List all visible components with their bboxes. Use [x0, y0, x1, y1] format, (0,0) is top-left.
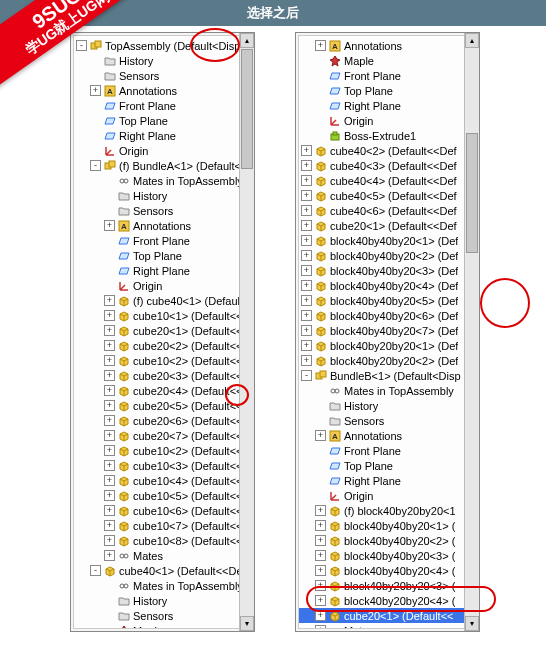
tree-node[interactable]: Mates in TopAssembly	[299, 383, 476, 398]
collapse-icon[interactable]: -	[90, 160, 101, 171]
tree-node[interactable]: Front Plane	[74, 98, 251, 113]
tree-node[interactable]: +cube10<2> (Default<<	[74, 353, 251, 368]
tree-node[interactable]: Maple	[74, 623, 251, 629]
tree-node[interactable]: +block40by40by20<6> (Def	[299, 308, 476, 323]
expand-icon[interactable]: +	[104, 340, 115, 351]
expand-icon[interactable]: +	[104, 475, 115, 486]
tree-node[interactable]: +cube20<3> (Default<<	[74, 368, 251, 383]
tree-node[interactable]: +cube10<2> (Default<<	[74, 443, 251, 458]
tree-node[interactable]: -BundleB<1> (Default<Disp	[299, 368, 476, 383]
expand-icon[interactable]: +	[104, 535, 115, 546]
expand-icon[interactable]: +	[301, 295, 312, 306]
tree-node[interactable]: +cube20<4> (Default<<	[74, 383, 251, 398]
tree-node[interactable]: Maple	[299, 53, 476, 68]
tree-node[interactable]: Right Plane	[74, 263, 251, 278]
expand-icon[interactable]: +	[315, 595, 326, 606]
tree-node[interactable]: +cube20<6> (Default<<	[74, 413, 251, 428]
expand-icon[interactable]: +	[104, 415, 115, 426]
tree-node[interactable]: Right Plane	[299, 473, 476, 488]
tree-node[interactable]: +AAnnotations	[74, 218, 251, 233]
tree-node[interactable]: +cube20<5> (Default<<	[74, 398, 251, 413]
tree-node[interactable]: +cube10<1> (Default<<	[74, 308, 251, 323]
tree-node[interactable]: Mates in TopAssembly	[74, 173, 251, 188]
tree-node[interactable]: Origin	[74, 278, 251, 293]
tree-node[interactable]: Right Plane	[299, 98, 476, 113]
tree-node[interactable]: Origin	[74, 143, 251, 158]
tree-node[interactable]: +block40by40by20<2> (Def	[299, 248, 476, 263]
collapse-icon[interactable]: -	[90, 565, 101, 576]
expand-icon[interactable]: +	[301, 160, 312, 171]
tree-node[interactable]: Boss-Extrude1	[299, 128, 476, 143]
expand-icon[interactable]: +	[301, 145, 312, 156]
tree-node[interactable]: +cube40<3> (Default<<Def	[299, 158, 476, 173]
tree-node[interactable]: +cube10<7> (Default<<	[74, 518, 251, 533]
tree-node[interactable]: +Mates	[299, 623, 476, 629]
tree-node[interactable]: +block40by40by20<3> (Def	[299, 263, 476, 278]
expand-icon[interactable]: +	[301, 175, 312, 186]
tree-node[interactable]: +block40by40by20<2> (	[299, 533, 476, 548]
scroll-down-button[interactable]: ▾	[240, 616, 254, 631]
scroll-thumb[interactable]	[241, 49, 253, 169]
expand-icon[interactable]: +	[301, 220, 312, 231]
right-tree[interactable]: +AAnnotationsMapleFront PlaneTop PlaneRi…	[299, 36, 476, 629]
tree-node[interactable]: History	[74, 593, 251, 608]
expand-icon[interactable]: +	[104, 445, 115, 456]
tree-node[interactable]: +cube20<1> (Default<<Def	[299, 218, 476, 233]
tree-node[interactable]: History	[74, 53, 251, 68]
tree-node[interactable]: +block40by20by20<1> (Def	[299, 338, 476, 353]
expand-icon[interactable]: +	[104, 220, 115, 231]
tree-node[interactable]: +AAnnotations	[299, 428, 476, 443]
expand-icon[interactable]: +	[104, 310, 115, 321]
tree-node[interactable]: +cube10<8> (Default<<	[74, 533, 251, 548]
tree-node[interactable]: Mates in TopAssembly	[74, 578, 251, 593]
tree-node[interactable]: +(f) cube40<1> (Default	[74, 293, 251, 308]
collapse-icon[interactable]: -	[76, 40, 87, 51]
expand-icon[interactable]: +	[301, 310, 312, 321]
expand-icon[interactable]: +	[315, 610, 326, 621]
expand-icon[interactable]: +	[301, 340, 312, 351]
tree-node[interactable]: Front Plane	[74, 233, 251, 248]
tree-node[interactable]: +cube10<5> (Default<<	[74, 488, 251, 503]
left-tree[interactable]: -TopAssembly (Default<DisplHistorySensor…	[74, 36, 251, 629]
tree-node[interactable]: Sensors	[299, 413, 476, 428]
tree-node[interactable]: Sensors	[74, 203, 251, 218]
tree-node[interactable]: Front Plane	[299, 443, 476, 458]
tree-node[interactable]: -TopAssembly (Default<Displ	[74, 38, 251, 53]
expand-icon[interactable]: +	[104, 490, 115, 501]
scrollbar[interactable]: ▴ ▾	[464, 33, 479, 631]
expand-icon[interactable]: +	[104, 355, 115, 366]
expand-icon[interactable]: +	[301, 205, 312, 216]
tree-node[interactable]: +cube40<5> (Default<<Def	[299, 188, 476, 203]
expand-icon[interactable]: +	[315, 520, 326, 531]
expand-icon[interactable]: +	[315, 505, 326, 516]
tree-node[interactable]: History	[299, 398, 476, 413]
tree-node[interactable]: +cube20<1> (Default<<	[299, 608, 476, 623]
expand-icon[interactable]: +	[315, 535, 326, 546]
expand-icon[interactable]: +	[104, 430, 115, 441]
expand-icon[interactable]: +	[315, 625, 326, 629]
tree-node[interactable]: Origin	[299, 113, 476, 128]
scroll-down-button[interactable]: ▾	[465, 616, 479, 631]
tree-node[interactable]: +block40by40by20<3> (	[299, 548, 476, 563]
tree-node[interactable]: +block40by20by20<2> (Def	[299, 353, 476, 368]
expand-icon[interactable]: +	[315, 580, 326, 591]
tree-node[interactable]: Top Plane	[74, 113, 251, 128]
tree-node[interactable]: +block40by20by20<3> (	[299, 578, 476, 593]
tree-node[interactable]: +block40by40by20<4> (Def	[299, 278, 476, 293]
expand-icon[interactable]: +	[315, 550, 326, 561]
expand-icon[interactable]: +	[315, 40, 326, 51]
tree-node[interactable]: +cube20<1> (Default<<	[74, 323, 251, 338]
tree-node[interactable]: Top Plane	[299, 458, 476, 473]
expand-icon[interactable]: +	[301, 355, 312, 366]
tree-node[interactable]: +cube40<2> (Default<<Def	[299, 143, 476, 158]
expand-icon[interactable]: +	[104, 520, 115, 531]
tree-node[interactable]: -(f) BundleA<1> (Default<D	[74, 158, 251, 173]
tree-node[interactable]: +cube10<6> (Default<<	[74, 503, 251, 518]
expand-icon[interactable]: +	[90, 85, 101, 96]
tree-node[interactable]: +AAnnotations	[299, 38, 476, 53]
tree-node[interactable]: +block40by20by20<4> (	[299, 593, 476, 608]
tree-node[interactable]: Origin	[299, 488, 476, 503]
expand-icon[interactable]: +	[315, 565, 326, 576]
expand-icon[interactable]: +	[104, 370, 115, 381]
tree-node[interactable]: +cube20<7> (Default<<	[74, 428, 251, 443]
